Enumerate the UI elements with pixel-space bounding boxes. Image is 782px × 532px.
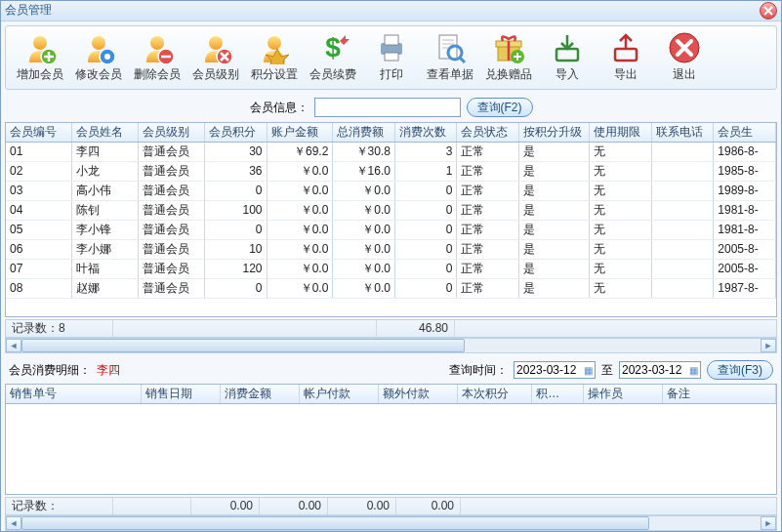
calendar-icon[interactable]: ▦ (689, 365, 698, 376)
titlebar: 会员管理 (1, 1, 781, 21)
col-header[interactable]: 积… (532, 385, 584, 404)
svg-text:$: $ (325, 32, 341, 62)
svg-point-4 (104, 54, 110, 60)
calendar-icon[interactable]: ▦ (584, 365, 593, 376)
print-button[interactable]: 打印 (363, 28, 420, 87)
toolbar-label: 会员续费 (309, 66, 356, 83)
detail-member-name: 李四 (97, 362, 120, 379)
col-header[interactable]: 备注 (663, 385, 776, 404)
level-button[interactable]: 会员级别 (187, 28, 244, 87)
close-icon[interactable] (760, 2, 777, 20)
detail-grid: 销售单号销售日期消费金额帐户付款额外付款本次积分积…操作员备注 (5, 384, 777, 495)
level-icon (199, 31, 232, 64)
detail-bar: 会员消费明细： 李四 查询时间： 2023-03-12 ▦ 至 2023-03-… (1, 357, 781, 384)
viewdoc-icon (433, 31, 467, 64)
member-summary: 记录数： 8 46.80 (5, 319, 777, 338)
col-header[interactable]: 本次积分 (457, 385, 531, 404)
col-header[interactable]: 使用期限 (590, 123, 652, 143)
scroll-right-icon[interactable]: ► (761, 516, 776, 530)
date-to-input[interactable]: 2023-03-12 ▦ (619, 361, 701, 379)
detail-v3: 0.00 (328, 498, 396, 514)
toolbar-label: 兑换赠品 (485, 66, 532, 83)
scroll-right-icon[interactable]: ► (761, 339, 776, 352)
h-scrollbar-bottom[interactable]: ◄ ► (5, 515, 777, 531)
renew-button[interactable]: $会员续费 (305, 28, 361, 87)
svg-point-9 (268, 36, 281, 50)
col-header[interactable]: 消费金额 (221, 385, 300, 404)
export-button[interactable]: 导出 (597, 28, 654, 87)
col-header[interactable]: 按积分升级 (519, 123, 590, 143)
to-label: 至 (601, 362, 613, 379)
redeem-icon (492, 31, 525, 64)
detail-label: 会员消费明细： (9, 362, 91, 379)
member-table: 会员编号会员姓名会员级别会员积分账户金额总消费额消费次数会员状态按积分升级使用期… (6, 123, 776, 299)
col-header[interactable]: 销售单号 (6, 385, 142, 404)
delete-icon (141, 31, 174, 64)
toolbar-label: 查看单据 (427, 66, 473, 83)
points-button[interactable]: 积分设置 (246, 28, 303, 87)
toolbar-label: 删除会员 (134, 66, 181, 83)
renew-icon: $ (316, 31, 350, 64)
col-header[interactable]: 会员生 (714, 123, 776, 143)
detail-search-button[interactable]: 查询(F3) (707, 360, 773, 380)
col-header[interactable]: 账户金额 (267, 123, 333, 143)
col-header[interactable]: 会员状态 (457, 123, 519, 143)
detail-v1: 0.00 (191, 498, 260, 514)
svg-point-5 (150, 36, 164, 50)
delete-button[interactable]: 删除会员 (129, 28, 185, 87)
col-header[interactable]: 消费次数 (394, 123, 457, 143)
table-row[interactable]: 05李小锋普通会员0￥0.0￥0.00正常是无1981-8- (6, 220, 776, 239)
edit-button[interactable]: 修改会员 (70, 28, 127, 87)
svg-point-2 (92, 36, 105, 50)
detail-v2: 0.00 (260, 498, 328, 514)
count-label: 记录数： (12, 320, 59, 337)
export-icon (609, 31, 642, 64)
add-icon (23, 31, 57, 64)
viewdoc-button[interactable]: 查看单据 (422, 28, 478, 87)
toolbar: 增加会员修改会员删除会员会员级别积分设置$会员续费打印查看单据兑换赠品导入导出退… (5, 25, 777, 90)
toolbar-label: 退出 (673, 66, 696, 83)
scroll-left-icon[interactable]: ◄ (6, 516, 21, 530)
window-title: 会员管理 (5, 2, 760, 19)
col-header[interactable]: 帐户付款 (300, 385, 379, 404)
search-row: 会员信息： 查询(F2) (1, 94, 781, 122)
search-input[interactable] (314, 98, 461, 117)
table-row[interactable]: 02小龙普通会员36￥0.0￥16.01正常是无1985-8- (6, 161, 776, 181)
import-button[interactable]: 导入 (539, 28, 596, 87)
add-button[interactable]: 增加会员 (12, 28, 68, 87)
h-scrollbar-top[interactable]: ◄ ► (5, 338, 777, 353)
toolbar-label: 会员级别 (192, 66, 239, 83)
col-header[interactable]: 会员姓名 (72, 123, 139, 143)
col-header[interactable]: 联系电话 (651, 123, 714, 143)
detail-table: 销售单号销售日期消费金额帐户付款额外付款本次积分积…操作员备注 (6, 385, 776, 404)
exit-button[interactable]: 退出 (656, 28, 713, 87)
summary-total: 46.80 (377, 320, 455, 337)
count-value: 8 (59, 321, 65, 335)
svg-rect-13 (385, 53, 398, 61)
table-row[interactable]: 06李小娜普通会员10￥0.0￥0.00正常是无2005-8- (6, 239, 776, 259)
svg-point-7 (209, 36, 223, 50)
col-header[interactable]: 总消费额 (333, 123, 395, 143)
col-header[interactable]: 会员积分 (204, 123, 267, 143)
exit-icon (668, 31, 701, 64)
member-grid: 会员编号会员姓名会员级别会员积分账户金额总消费额消费次数会员状态按积分升级使用期… (5, 122, 777, 317)
table-row[interactable]: 08赵娜普通会员0￥0.0￥0.00正常是无1987-8- (6, 278, 776, 298)
col-header[interactable]: 会员编号 (6, 123, 72, 143)
svg-rect-19 (556, 49, 578, 61)
table-row[interactable]: 01李四普通会员30￥69.2￥30.83正常是无1986-8- (6, 142, 776, 161)
points-icon (258, 31, 291, 64)
time-label: 查询时间： (449, 362, 508, 379)
search-label: 会员信息： (250, 100, 309, 116)
table-row[interactable]: 03高小伟普通会员0￥0.0￥0.00正常是无1989-8- (6, 181, 776, 200)
table-row[interactable]: 07叶福普通会员120￥0.0￥0.00正常是无2005-8- (6, 259, 776, 278)
col-header[interactable]: 销售日期 (142, 385, 221, 404)
table-row[interactable]: 04陈钊普通会员100￥0.0￥0.00正常是无1981-8- (6, 200, 776, 220)
col-header[interactable]: 操作员 (584, 385, 663, 404)
member-management-window: 会员管理 增加会员修改会员删除会员会员级别积分设置$会员续费打印查看单据兑换赠品… (0, 0, 782, 532)
scroll-left-icon[interactable]: ◄ (6, 339, 21, 352)
date-from-input[interactable]: 2023-03-12 ▦ (514, 361, 596, 379)
col-header[interactable]: 会员级别 (139, 123, 205, 143)
col-header[interactable]: 额外付款 (379, 385, 458, 404)
redeem-button[interactable]: 兑换赠品 (480, 28, 537, 87)
search-button[interactable]: 查询(F2) (467, 98, 533, 117)
